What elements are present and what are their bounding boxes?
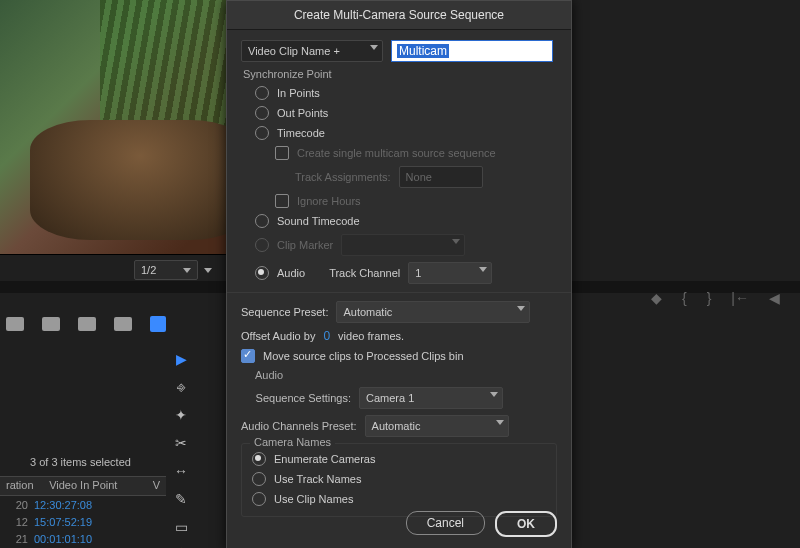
audio-seq-settings-select[interactable]: Camera 1 [359, 387, 503, 409]
radio-sound-timecode[interactable] [255, 214, 269, 228]
marker-icon[interactable]: ◆ [651, 290, 662, 306]
in-bracket-icon[interactable]: { [682, 290, 687, 306]
radio-use-clip-names[interactable] [252, 492, 266, 506]
cancel-button[interactable]: Cancel [406, 511, 485, 535]
table-row[interactable]: 21 00:01:01:10 [0, 530, 166, 547]
program-monitor-controls: ◆ { } |← ◀ [651, 290, 780, 306]
project-table: ration Video In Point V 20 12:30:27:08 1… [0, 476, 166, 547]
pen-tool-icon[interactable]: ✎ [172, 490, 190, 508]
radio-timecode[interactable] [255, 126, 269, 140]
list-view-icon[interactable] [6, 317, 24, 331]
name-mode-select[interactable]: Video Clip Name + [241, 40, 383, 62]
icon-view-icon[interactable] [42, 317, 60, 331]
chevron-down-icon [452, 239, 460, 244]
ok-button[interactable]: OK [495, 511, 557, 537]
selection-tool-icon[interactable]: ▶ [172, 350, 190, 368]
zoom-value: 1/2 [141, 264, 156, 276]
col-duration[interactable]: ration [0, 477, 43, 495]
rectangle-tool-icon[interactable]: ▭ [172, 518, 190, 536]
chevron-down-icon [490, 392, 498, 397]
audio-channels-preset-select[interactable]: Automatic [365, 415, 509, 437]
radio-clip-marker [255, 238, 269, 252]
track-select-tool-icon[interactable]: ⎆ [172, 378, 190, 396]
freeform-view-icon[interactable] [78, 317, 96, 331]
table-row[interactable]: 20 12:30:27:08 [0, 496, 166, 513]
chevron-down-icon [496, 420, 504, 425]
col-video-in[interactable]: Video In Point [43, 477, 147, 495]
check-create-single [275, 146, 289, 160]
track-channel-select[interactable]: 1 [408, 262, 492, 284]
chevron-down-icon [183, 268, 191, 273]
radio-out-points[interactable] [255, 106, 269, 120]
table-row[interactable]: 12 15:07:52:19 [0, 513, 166, 530]
go-to-in-icon[interactable]: |← [731, 290, 749, 306]
multicam-dialog: Create Multi-Camera Source Sequence Vide… [226, 0, 572, 548]
sequence-preset-select[interactable]: Automatic [336, 301, 530, 323]
radio-use-track-names[interactable] [252, 472, 266, 486]
radio-enumerate-cameras[interactable] [252, 452, 266, 466]
track-assignments-select: None [399, 166, 483, 188]
out-bracket-icon[interactable]: } [707, 290, 712, 306]
audio-legend: Audio [255, 369, 557, 381]
radio-in-points[interactable] [255, 86, 269, 100]
selection-count: 3 of 3 items selected [30, 456, 131, 468]
radio-audio[interactable] [255, 266, 269, 280]
automate-to-sequence-icon[interactable] [150, 316, 166, 332]
chevron-down-icon [370, 45, 378, 50]
zoom-level-select[interactable]: 1/2 [134, 260, 198, 280]
ripple-edit-tool-icon[interactable]: ✦ [172, 406, 190, 424]
chevron-down-icon[interactable] [204, 268, 212, 273]
camera-names-legend: Camera Names [250, 436, 335, 448]
step-back-icon[interactable]: ◀ [769, 290, 780, 306]
sequence-name-input[interactable]: Multicam [391, 40, 553, 62]
clip-marker-select [341, 234, 465, 256]
project-toolbar [0, 312, 166, 336]
chevron-down-icon [479, 267, 487, 272]
source-monitor-preview [0, 0, 226, 255]
slip-tool-icon[interactable]: ↔ [172, 462, 190, 480]
chevron-down-icon [517, 306, 525, 311]
freeform-view-icon[interactable] [114, 317, 132, 331]
offset-frames-value[interactable]: 0 [323, 329, 330, 343]
razor-tool-icon[interactable]: ✂ [172, 434, 190, 452]
sync-legend: Synchronize Point [243, 68, 557, 80]
tool-palette: ▶ ⎆ ✦ ✂ ↔ ✎ ▭ ✋ T [170, 350, 192, 548]
dialog-title: Create Multi-Camera Source Sequence [227, 1, 571, 30]
check-ignore-hours [275, 194, 289, 208]
col-v[interactable]: V [147, 477, 166, 495]
check-move-clips[interactable] [241, 349, 255, 363]
